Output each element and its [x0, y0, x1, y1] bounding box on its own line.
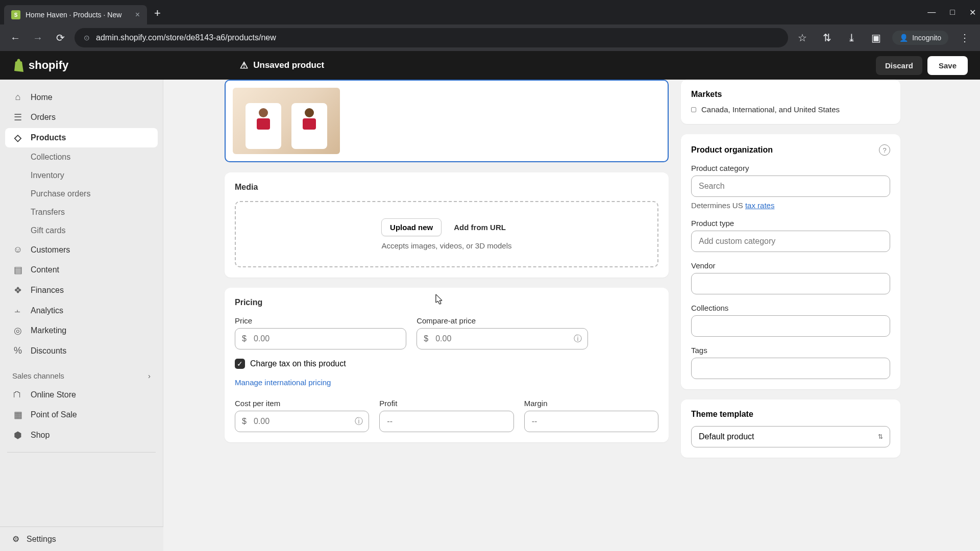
- nav-transfers[interactable]: Transfers: [5, 204, 158, 221]
- theme-title: Theme template: [691, 410, 890, 419]
- help-icon[interactable]: ⓘ: [574, 334, 582, 344]
- url-input[interactable]: ⊙ admin.shopify.com/store/de8143-a6/prod…: [75, 28, 788, 47]
- pos-icon: ▦: [12, 409, 23, 420]
- vendor-label: Vendor: [691, 261, 890, 270]
- vendor-input[interactable]: [691, 273, 890, 294]
- discounts-icon: %: [12, 345, 23, 356]
- price-label: Price: [235, 316, 406, 325]
- nav-home[interactable]: ⌂Home: [5, 88, 158, 107]
- nav-shop[interactable]: ⬢Shop: [5, 425, 158, 445]
- cost-label: Cost per item: [235, 399, 369, 408]
- browser-tab-bar: S Home Haven · Products · New × + — □ ✕: [0, 0, 980, 24]
- bookmark-icon[interactable]: ☆: [794, 32, 811, 44]
- help-icon[interactable]: ?: [879, 144, 890, 156]
- shopify-logo[interactable]: shopify: [12, 59, 68, 72]
- reload-icon[interactable]: ⟳: [52, 32, 68, 44]
- margin-input[interactable]: [524, 411, 658, 432]
- collections-label: Collections: [691, 304, 890, 312]
- nav-products[interactable]: ◇Products: [5, 128, 158, 147]
- discard-button[interactable]: Discard: [876, 56, 922, 75]
- margin-label: Margin: [524, 399, 658, 408]
- media-hint: Accepts images, videos, or 3D models: [252, 241, 641, 250]
- organization-card: Product organization ? Product category …: [681, 134, 900, 389]
- marketing-icon: ◎: [12, 325, 23, 336]
- tags-input[interactable]: [691, 358, 890, 379]
- save-button[interactable]: Save: [927, 56, 968, 75]
- products-icon: ◇: [12, 132, 23, 143]
- app-bar: shopify ⚠ Unsaved product Discard Save: [0, 51, 980, 80]
- description-editor[interactable]: [225, 80, 669, 162]
- organization-title: Product organization: [691, 145, 773, 155]
- tags-label: Tags: [691, 346, 890, 355]
- site-info-icon[interactable]: ⊙: [84, 34, 90, 42]
- nav-point-of-sale[interactable]: ▦Point of Sale: [5, 405, 158, 424]
- media-dropzone[interactable]: Upload new Add from URL Accepts images, …: [235, 201, 658, 267]
- category-label: Product category: [691, 164, 890, 172]
- cost-input[interactable]: [235, 411, 369, 432]
- markets-value-row: Canada, International, and United States: [691, 105, 890, 114]
- price-input[interactable]: [235, 328, 406, 349]
- shop-icon: ⬢: [12, 430, 23, 441]
- tab-close-icon[interactable]: ×: [135, 10, 140, 19]
- product-image-preview: [233, 88, 340, 154]
- analytics-icon: ⫠: [12, 305, 23, 316]
- browser-tab[interactable]: S Home Haven · Products · New ×: [4, 5, 147, 24]
- nav-customers[interactable]: ☺Customers: [5, 240, 158, 259]
- download-icon[interactable]: ⤓: [843, 32, 860, 44]
- type-input[interactable]: [691, 231, 890, 252]
- help-icon[interactable]: ⓘ: [355, 416, 363, 427]
- nav-finances[interactable]: ❖Finances: [5, 281, 158, 300]
- back-icon[interactable]: ←: [7, 32, 23, 44]
- currency-symbol: $: [242, 334, 247, 343]
- upload-new-button[interactable]: Upload new: [381, 218, 442, 236]
- new-tab-button[interactable]: +: [154, 7, 161, 20]
- menu-icon[interactable]: ⋮: [957, 32, 973, 44]
- content-area: Media Upload new Add from URL Accepts im…: [163, 80, 980, 551]
- nav-discounts[interactable]: %Discounts: [5, 341, 158, 360]
- add-from-url-button[interactable]: Add from URL: [448, 218, 512, 236]
- currency-symbol: $: [424, 334, 428, 343]
- compare-price-input[interactable]: [416, 328, 588, 349]
- incognito-badge[interactable]: 👤 Incognito: [892, 31, 948, 45]
- nav-online-store[interactable]: ⛫Online Store: [5, 385, 158, 404]
- nav-divider: [7, 452, 156, 453]
- warning-icon: ⚠: [240, 60, 248, 71]
- markets-value: Canada, International, and United States: [701, 105, 840, 114]
- nav-content[interactable]: ▤Content: [5, 260, 158, 280]
- tax-checkbox[interactable]: ✓: [235, 359, 245, 369]
- maximize-icon[interactable]: □: [950, 8, 955, 17]
- translate-icon[interactable]: ⇅: [819, 32, 835, 44]
- nav-collections[interactable]: Collections: [5, 148, 158, 166]
- pricing-card: Pricing Price $ Compare-at price $: [225, 288, 669, 442]
- tab-favicon-icon: S: [11, 10, 20, 19]
- profit-label: Profit: [379, 399, 513, 408]
- nav-section-sales-channels[interactable]: Sales channels›: [5, 366, 158, 385]
- intl-pricing-link[interactable]: Manage international pricing: [235, 378, 658, 387]
- forward-icon[interactable]: →: [30, 32, 46, 44]
- nav-marketing[interactable]: ◎Marketing: [5, 321, 158, 340]
- browser-url-bar: ← → ⟳ ⊙ admin.shopify.com/store/de8143-a…: [0, 24, 980, 51]
- side-panel-icon[interactable]: ▣: [868, 32, 884, 44]
- customers-icon: ☺: [12, 244, 23, 255]
- shopify-logo-text: shopify: [29, 59, 68, 72]
- minimize-icon[interactable]: —: [927, 8, 936, 17]
- media-card: Media Upload new Add from URL Accepts im…: [225, 172, 669, 278]
- close-window-icon[interactable]: ✕: [969, 8, 976, 17]
- nav-gift-cards[interactable]: Gift cards: [5, 222, 158, 239]
- collections-input[interactable]: [691, 315, 890, 337]
- tax-checkbox-row[interactable]: ✓ Charge tax on this product: [235, 359, 658, 369]
- media-title: Media: [235, 183, 658, 192]
- nav-inventory[interactable]: Inventory: [5, 167, 158, 184]
- nav-orders[interactable]: ☰Orders: [5, 108, 158, 127]
- market-indicator-icon: [691, 107, 696, 112]
- nav-analytics[interactable]: ⫠Analytics: [5, 301, 158, 320]
- nav-settings[interactable]: ⚙Settings: [0, 527, 163, 551]
- incognito-label: Incognito: [912, 34, 941, 42]
- sidebar: ⌂Home ☰Orders ◇Products Collections Inve…: [0, 80, 163, 551]
- unsaved-label: Unsaved product: [253, 60, 324, 70]
- tax-rates-link[interactable]: tax rates: [745, 201, 775, 210]
- theme-select[interactable]: [691, 426, 890, 447]
- category-input[interactable]: [691, 176, 890, 197]
- profit-input[interactable]: [379, 411, 513, 432]
- nav-purchase-orders[interactable]: Purchase orders: [5, 185, 158, 203]
